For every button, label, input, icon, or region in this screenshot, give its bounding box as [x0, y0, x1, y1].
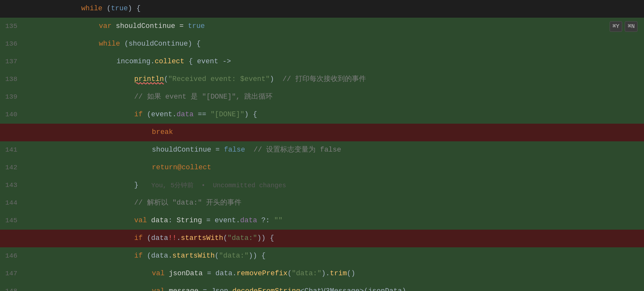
code-line-136: 136 while (shouldContinue) { — [0, 35, 644, 53]
line-number-146: 146 — [0, 251, 23, 261]
line-number-147: 147 — [0, 269, 23, 279]
code-content-old-if: if (data!!.startsWith("data:")) { — [26, 233, 644, 244]
code-line-139: 139 // 如果 event 是 "[DONE]", 跳出循环 — [0, 88, 644, 106]
code-line-147: 147 val jsonData = data.removePrefix("da… — [0, 265, 644, 283]
code-content-143: } You, 5分钟前 • Uncommitted changes — [26, 180, 644, 191]
code-content-141: shouldContinue = false // 设置标志变量为 false — [26, 145, 644, 155]
code-editor: while (true) { 135 var shouldContinue = … — [0, 0, 644, 291]
code-line-145: 145 val data: String = event.data ?: "" — [0, 212, 644, 230]
code-line-break-deleted: break — [0, 124, 644, 141]
code-content-138: println("Received event: $event") // 打印每… — [26, 74, 644, 85]
code-line-header: while (true) { — [0, 0, 644, 18]
line-number-136: 136 — [0, 39, 23, 49]
blame-annotation: You, 5分钟前 • Uncommitted changes — [138, 181, 286, 190]
code-line-137: 137 incoming.collect { event -> — [0, 53, 644, 71]
code-content: while (true) { — [26, 3, 644, 14]
code-line-138: 138 println("Received event: $event") //… — [0, 71, 644, 88]
code-content-break: break — [26, 127, 644, 138]
code-content-144: // 解析以 "data:" 开头的事件 — [26, 198, 644, 208]
line-number-139: 139 — [0, 92, 23, 102]
code-line-143: 143 } You, 5分钟前 • Uncommitted changes — [0, 177, 644, 194]
code-content-148: val message = Json.decodeFromString<Chat… — [26, 286, 644, 291]
line-number-142: 142 — [0, 163, 23, 173]
line-number-137: 137 — [0, 57, 23, 67]
kbd-n[interactable]: ⌘N — [625, 21, 638, 32]
line-number-140: 140 — [0, 110, 23, 120]
code-line-142: 142 return@collect — [0, 159, 644, 177]
line-number-143: 143 — [0, 180, 23, 191]
code-area: while (true) { 135 var shouldContinue = … — [0, 0, 644, 291]
code-line-140: 140 if (event.data == "[DONE]") { — [0, 106, 644, 124]
code-line-141: 141 shouldContinue = false // 设置标志变量为 fa… — [0, 141, 644, 159]
code-content-139: // 如果 event 是 "[DONE]", 跳出循环 — [26, 92, 644, 102]
line-number-135: 135 — [0, 21, 23, 32]
code-content-142: return@collect — [26, 162, 644, 173]
kbd-y[interactable]: ⌘Y — [610, 21, 622, 32]
line-number-138: 138 — [0, 74, 23, 85]
code-content-140: if (event.data == "[DONE]") { — [26, 109, 644, 120]
line-number-148: 148 — [0, 286, 23, 291]
line-number-144: 144 — [0, 198, 23, 208]
code-line-old-if: if (data!!.startsWith("data:")) { — [0, 230, 644, 247]
line-number-141: 141 — [0, 145, 23, 155]
code-content-136: while (shouldContinue) { — [26, 39, 644, 49]
code-line-146: 146 if (data.startsWith("data:")) { — [0, 247, 644, 265]
code-content-135: var shouldContinue = true — [26, 21, 644, 32]
code-content-137: incoming.collect { event -> — [26, 56, 644, 67]
code-content-147: val jsonData = data.removePrefix("data:"… — [26, 268, 644, 279]
code-content-145: val data: String = event.data ?: "" — [26, 215, 644, 226]
code-line-144: 144 // 解析以 "data:" 开头的事件 — [0, 194, 644, 212]
kbd-hints: ⌘Y ⌘N — [610, 21, 638, 32]
code-line-135: 135 var shouldContinue = true ⌘Y ⌘N — [0, 18, 644, 35]
line-number-145: 145 — [0, 216, 23, 226]
code-content-146: if (data.startsWith("data:")) { — [26, 251, 644, 261]
code-line-148: 148 val message = Json.decodeFromString<… — [0, 283, 644, 291]
